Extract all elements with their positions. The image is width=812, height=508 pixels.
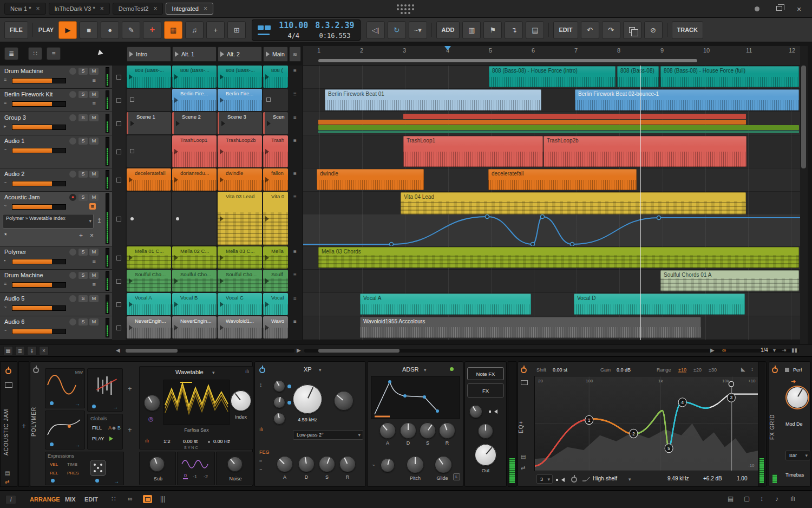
clip-play-icon[interactable] <box>129 255 133 260</box>
arranger-clip[interactable]: Berlin Firework Beat 02-bounce-1 <box>575 89 799 110</box>
freq-value[interactable]: 0.00 Hz <box>213 439 230 444</box>
display-icon[interactable] <box>521 380 528 385</box>
panel-icon[interactable]: ▤ <box>5 470 10 476</box>
arranger-clip[interactable]: Soulful Chords 01 A <box>660 270 799 291</box>
clip-play-icon[interactable] <box>265 255 269 260</box>
filter-mod-knob-2[interactable] <box>273 396 285 408</box>
link-views-icon[interactable]: ∞ <box>128 495 133 503</box>
scroll-right-icon[interactable]: ▶ <box>297 347 301 353</box>
out-knob[interactable] <box>475 444 496 466</box>
document-tab[interactable]: New 1 *× <box>4 3 46 15</box>
curve-icon[interactable]: ~ <box>372 463 375 468</box>
clip-play-icon[interactable] <box>221 121 225 126</box>
solo-button[interactable]: S <box>78 318 88 325</box>
add-lane-button[interactable]: + <box>79 232 83 239</box>
mod-route-arrow-icon[interactable]: → <box>75 401 80 407</box>
wavetable-title[interactable]: Wavetable <box>175 369 204 375</box>
clip-play-icon[interactable] <box>220 149 224 154</box>
clip-play-icon[interactable] <box>174 255 178 260</box>
clip-stop-button[interactable] <box>116 178 121 183</box>
monitor-button[interactable] <box>69 272 76 279</box>
tab-close-icon[interactable]: × <box>153 5 157 12</box>
clip-launcher-clip[interactable]: Scene 3 <box>218 112 262 134</box>
clip-launcher-clip[interactable]: NeverEngin... <box>127 316 171 338</box>
wavetable-display[interactable] <box>163 380 230 425</box>
track-row[interactable]: Audio 2SM~ <box>0 168 112 191</box>
clip-launcher-record-button[interactable]: ⊞ <box>227 21 246 39</box>
chevron-down-icon[interactable]: ▾ <box>212 370 215 375</box>
vel-label[interactable]: VEL <box>50 462 58 467</box>
arranger-clip[interactable]: 808 (Bass-08) - House Force (intro) <box>489 66 615 87</box>
automation-lane-icon[interactable]: ≡ <box>89 203 96 210</box>
add-osc-icon[interactable]: + <box>128 385 132 393</box>
clip-launcher-clip[interactable]: Vocal A <box>127 293 171 315</box>
filter-mod-knob-3[interactable] <box>273 413 285 425</box>
clip-launcher-clip[interactable]: Mella <box>263 246 288 269</box>
clip-launcher-clip[interactable]: deceleratefall <box>127 168 171 191</box>
sync-badge[interactable]: SYNC <box>184 446 199 450</box>
track-scene-menu-icon[interactable]: ≡ <box>289 293 301 315</box>
mod-arrow-icon[interactable]: ➔ <box>791 378 796 385</box>
folder-icon[interactable] <box>5 382 12 388</box>
snap-link-icon[interactable]: ∞ <box>722 347 726 353</box>
record-button[interactable]: ● <box>101 21 119 39</box>
band-power-icon[interactable] <box>571 477 577 483</box>
band-select-dropdown[interactable]: 3▾ <box>536 474 553 484</box>
clip-launcher-clip[interactable]: Vocal <box>263 293 288 315</box>
arrange-view-button[interactable]: ARRANGE <box>30 496 60 503</box>
amp-attack-knob[interactable] <box>379 422 396 439</box>
clip-play-icon[interactable] <box>265 302 269 307</box>
eq-band-handle[interactable]: 1 <box>585 415 593 424</box>
clip-launcher-clip[interactable]: 808 (Bass-... <box>218 66 262 88</box>
band-gain-value[interactable]: +6.2 dB <box>703 476 722 481</box>
browser-panel-icon[interactable]: ▤ <box>728 495 734 503</box>
noise-knob[interactable] <box>227 457 243 472</box>
monitor-button[interactable] <box>69 171 76 178</box>
amp-release-knob[interactable] <box>439 422 455 439</box>
scene-header[interactable]: Alt. 1 <box>172 47 217 62</box>
lanes-icon[interactable]: ≣ <box>15 346 25 355</box>
document-tab[interactable]: InTheDark V3 *× <box>49 3 110 15</box>
edit-cursor-icon[interactable] <box>444 46 451 50</box>
volume-fader[interactable] <box>12 181 66 186</box>
perf-label[interactable]: Perf <box>793 367 809 373</box>
add-device-button[interactable]: ▥ <box>462 21 481 39</box>
vertical-scrollbar[interactable] <box>800 46 808 344</box>
clip-play-icon[interactable] <box>174 74 178 80</box>
filter-mod-knob-1[interactable] <box>273 380 285 392</box>
track-row[interactable]: Audio 5SM~ <box>0 293 112 316</box>
active-panel-icon[interactable] <box>143 495 152 503</box>
feg-sustain-knob[interactable] <box>319 456 335 472</box>
mute-button[interactable]: M <box>89 68 99 75</box>
track-scene-menu-icon[interactable]: ≡ <box>289 135 301 167</box>
eq-band-handle[interactable]: 4 <box>678 398 686 407</box>
loop-button[interactable]: ↻ <box>388 21 406 39</box>
clip-play-icon[interactable] <box>129 74 133 80</box>
chevron-down-icon[interactable]: ▾ <box>319 367 322 373</box>
band-q-value[interactable]: 1.00 <box>737 476 747 481</box>
inspector-panel-icon[interactable]: ▢ <box>744 495 750 503</box>
eq-band-handle[interactable]: 5 <box>665 444 673 453</box>
chevron-down-icon[interactable]: ▾ <box>424 367 427 373</box>
clip-play-icon[interactable] <box>176 121 180 126</box>
timebase-dropdown[interactable]: Bar▾ <box>785 451 810 460</box>
ab-a-label[interactable]: A <box>108 425 112 431</box>
clip-play-icon[interactable] <box>129 325 133 330</box>
arranger-clip[interactable]: TrashLoop1 <box>403 136 543 167</box>
clip-launcher-clip[interactable]: Scene 2 <box>172 112 217 134</box>
amp-decay-knob[interactable] <box>400 422 416 439</box>
monitor-button[interactable] <box>69 68 76 75</box>
punch-in-button[interactable]: ◁| <box>366 21 385 39</box>
automation-node[interactable] <box>657 216 661 220</box>
arranger-ruler[interactable]: 123456789101112 <box>303 46 800 66</box>
clip-launcher-clip[interactable]: Vocal B <box>172 293 217 315</box>
automation-node[interactable] <box>390 243 394 246</box>
clip-play-icon[interactable] <box>265 74 269 80</box>
wavetable-browser-icon[interactable]: ılı <box>245 369 249 374</box>
clip-stop-button[interactable] <box>116 75 121 80</box>
meter-panel-icon[interactable]: ılı <box>790 495 795 503</box>
zoom-to-fit-icon[interactable]: ⇥ <box>782 347 786 353</box>
transport-toggles[interactable] <box>258 24 272 35</box>
polymer-device[interactable]: POLYMER MW → → → Glo <box>30 361 253 487</box>
filter-bars-icon[interactable]: ılı <box>259 427 263 432</box>
